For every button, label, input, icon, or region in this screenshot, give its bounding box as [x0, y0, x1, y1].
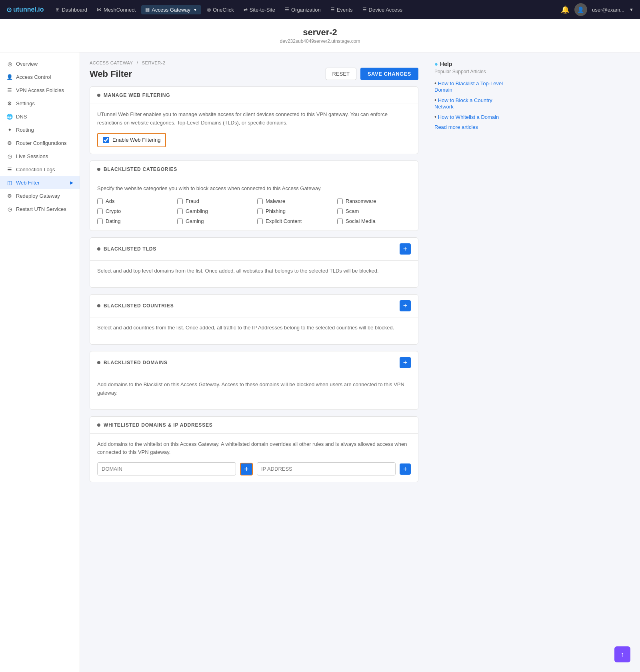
blacklisted-tlds-header: BLACKLISTED TLDS +: [90, 238, 418, 261]
nav-item-dashboard[interactable]: ⊞ Dashboard: [52, 5, 91, 14]
ip-address-input[interactable]: [257, 462, 396, 475]
blacklisted-countries-desc: Select and add countries from the list. …: [97, 324, 411, 332]
oneclick-icon: ◎: [207, 7, 211, 12]
breadcrumb-parent[interactable]: ACCESS GATEWAY: [90, 60, 133, 65]
blacklisted-countries-body: Select and add countries from the list. …: [90, 317, 418, 344]
categories-grid: Ads Fraud Malware Ransomware: [97, 198, 411, 224]
manage-web-filtering-desc: UTunnel Web Filter enables you to manage…: [97, 110, 411, 127]
add-ip-button[interactable]: +: [400, 463, 411, 475]
help-subtitle: Popular Support Articles: [434, 69, 510, 74]
category-gambling[interactable]: Gambling: [177, 208, 251, 214]
sidebar-item-overview[interactable]: ◎ Overview: [0, 57, 80, 70]
help-article-link-1[interactable]: How to Blacklist a Top-Level Domain: [434, 80, 503, 93]
nav-item-meshconnect[interactable]: ⋈ MeshConnect: [93, 5, 140, 14]
bell-icon[interactable]: 🔔: [561, 5, 570, 14]
sidebar-item-web-filter[interactable]: ◫ Web Filter ▶: [0, 176, 80, 189]
app-logo[interactable]: ⊙ utunnel.io: [6, 6, 44, 14]
add-domain-button[interactable]: +: [400, 357, 411, 368]
organization-icon: ☰: [285, 7, 289, 12]
reset-button[interactable]: RESET: [326, 68, 356, 80]
help-more-link[interactable]: Read more articles: [434, 124, 510, 130]
nav-item-access-gateway[interactable]: ▦ Access Gateway ▼: [141, 5, 201, 14]
sidebar-item-redeploy-gateway[interactable]: ⚙ Redeploy Gateway: [0, 189, 80, 203]
breadcrumb: ACCESS GATEWAY / SERVER-2: [90, 60, 418, 65]
breadcrumb-separator: /: [137, 60, 138, 65]
sidebar-item-router-configurations[interactable]: ⚙ Router Configurations: [0, 136, 80, 150]
main-content: ACCESS GATEWAY / SERVER-2 Web Filter RES…: [80, 52, 428, 672]
checkbox-malware[interactable]: [257, 199, 263, 204]
help-icon: ●: [434, 60, 438, 67]
sidebar-item-access-control[interactable]: 👤 Access Control: [0, 70, 80, 84]
blacklisted-domains-desc: Add domains to the Blacklist on this Acc…: [97, 381, 411, 397]
checkbox-ransomware[interactable]: [337, 199, 343, 204]
whitelisted-domains-section: WHITELISTED DOMAINS & IP ADDRESSES Add d…: [90, 416, 418, 483]
domain-input-row: + +: [97, 462, 411, 475]
help-articles-list: How to Blacklist a Top-Level Domain How …: [434, 80, 510, 120]
whitelisted-domains-title: WHITELISTED DOMAINS & IP ADDRESSES: [97, 422, 213, 428]
page-title: Web Filter: [90, 69, 132, 79]
enable-web-filter-text: Enable Web Filtering: [112, 137, 160, 143]
add-domain-whitelist-button[interactable]: +: [240, 463, 253, 475]
enable-web-filter-label[interactable]: Enable Web Filtering: [97, 133, 166, 147]
save-button[interactable]: SAVE CHANGES: [360, 68, 418, 80]
nav-item-events[interactable]: ☰ Events: [326, 5, 357, 14]
category-malware[interactable]: Malware: [257, 198, 331, 204]
help-article-1: How to Blacklist a Top-Level Domain: [434, 80, 510, 93]
overview-icon: ◎: [6, 61, 13, 67]
sidebar-item-restart-utn-services[interactable]: ◷ Restart UTN Services: [0, 203, 80, 216]
checkbox-scam[interactable]: [337, 209, 343, 214]
help-article-link-2[interactable]: How to Block a Country Network: [434, 97, 492, 110]
nav-item-site-to-site[interactable]: ⇌ Site-to-Site: [240, 5, 279, 14]
nav-item-oneclick[interactable]: ◎ OneClick: [203, 5, 238, 14]
checkbox-social-media[interactable]: [337, 219, 343, 224]
user-name[interactable]: user@exam...: [592, 7, 624, 13]
sidebar-item-settings[interactable]: ⚙ Settings: [0, 97, 80, 110]
category-dating[interactable]: Dating: [97, 218, 171, 224]
help-article-link-3[interactable]: How to Whitelist a Domain: [438, 114, 499, 120]
category-social-media[interactable]: Social Media: [337, 218, 411, 224]
sidebar-item-routing[interactable]: ✦ Routing: [0, 123, 80, 136]
checkbox-phishing[interactable]: [257, 209, 263, 214]
whitelisted-domains-body: Add domains to the whitelist on this Acc…: [90, 434, 418, 482]
checkbox-crypto[interactable]: [97, 209, 103, 214]
sidebar-item-connection-logs[interactable]: ☰ Connection Logs: [0, 163, 80, 176]
scroll-top-icon: ↑: [621, 650, 624, 659]
site-to-site-icon: ⇌: [244, 7, 248, 12]
enable-web-filter-checkbox[interactable]: [103, 137, 109, 143]
add-tld-button[interactable]: +: [400, 243, 411, 255]
header-actions: RESET SAVE CHANGES: [326, 68, 418, 80]
domain-input[interactable]: [97, 462, 236, 475]
breadcrumb-current[interactable]: SERVER-2: [142, 60, 166, 65]
access-control-icon: 👤: [6, 74, 13, 80]
sidebar-item-dns[interactable]: 🌐 DNS: [0, 110, 80, 123]
add-country-button[interactable]: +: [400, 300, 411, 311]
server-subtitle: dev232sub4049server2.utnstage.com: [8, 38, 632, 44]
whitelisted-domains-desc: Add domains to the whitelist on this Acc…: [97, 440, 411, 457]
category-explicit-content[interactable]: Explicit Content: [257, 218, 331, 224]
checkbox-explicit-content[interactable]: [257, 219, 263, 224]
scroll-to-top-button[interactable]: ↑: [614, 646, 630, 662]
dns-icon: 🌐: [6, 114, 13, 120]
sidebar-item-live-sessions[interactable]: ◷ Live Sessions: [0, 150, 80, 163]
checkbox-dating[interactable]: [97, 219, 103, 224]
checkbox-fraud[interactable]: [177, 199, 183, 204]
category-ads[interactable]: Ads: [97, 198, 171, 204]
category-fraud[interactable]: Fraud: [177, 198, 251, 204]
manage-web-filtering-title: MANAGE WEB FILTERING: [97, 92, 170, 98]
routing-icon: ✦: [6, 127, 13, 133]
category-gaming[interactable]: Gaming: [177, 218, 251, 224]
category-ransomware[interactable]: Ransomware: [337, 198, 411, 204]
checkbox-ads[interactable]: [97, 199, 103, 204]
sidebar-item-vpn-access-policies[interactable]: ☰ VPN Access Policies: [0, 84, 80, 97]
checkbox-gambling[interactable]: [177, 209, 183, 214]
category-crypto[interactable]: Crypto: [97, 208, 171, 214]
nav-item-organization[interactable]: ☰ Organization: [281, 5, 325, 14]
nav-item-device-access[interactable]: ☰ Device Access: [358, 5, 407, 14]
main-layout: ◎ Overview 👤 Access Control ☰ VPN Access…: [0, 52, 640, 672]
checkbox-gaming[interactable]: [177, 219, 183, 224]
meshconnect-icon: ⋈: [97, 7, 102, 12]
avatar[interactable]: 👤: [574, 3, 587, 16]
category-scam[interactable]: Scam: [337, 208, 411, 214]
user-dropdown-icon[interactable]: ▼: [629, 7, 634, 12]
category-phishing[interactable]: Phishing: [257, 208, 331, 214]
